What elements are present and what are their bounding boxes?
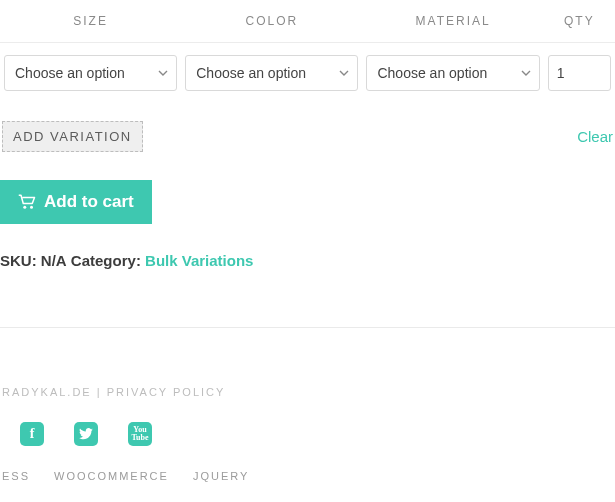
- header-size: SIZE: [0, 6, 181, 43]
- cart-icon: [18, 194, 36, 210]
- size-select-value: Choose an option: [15, 65, 125, 81]
- youtube-icon[interactable]: YouTube: [128, 422, 152, 446]
- footer-link-woocommerce[interactable]: WOOCOMMERCE: [54, 470, 169, 482]
- color-select[interactable]: Choose an option: [185, 55, 358, 91]
- clear-link[interactable]: Clear: [577, 128, 613, 145]
- category-link[interactable]: Bulk Variations: [145, 252, 253, 269]
- header-material: MATERIAL: [362, 6, 543, 43]
- add-to-cart-label: Add to cart: [44, 192, 134, 212]
- qty-input[interactable]: [548, 55, 611, 91]
- sku-label: SKU:: [0, 252, 37, 269]
- footer-sep: |: [92, 386, 107, 398]
- header-color: COLOR: [181, 6, 362, 43]
- product-meta: SKU: N/A Category: Bulk Variations: [0, 252, 615, 269]
- chevron-down-icon: [158, 68, 168, 78]
- footer-link-ess[interactable]: ESS: [2, 470, 30, 482]
- material-select[interactable]: Choose an option: [366, 55, 539, 91]
- chevron-down-icon: [339, 68, 349, 78]
- svg-point-1: [30, 206, 33, 209]
- material-select-value: Choose an option: [377, 65, 487, 81]
- twitter-icon[interactable]: [74, 422, 98, 446]
- chevron-down-icon: [521, 68, 531, 78]
- footer-radykal-link[interactable]: RADYKAL.DE: [2, 386, 92, 398]
- category-label: Category:: [71, 252, 141, 269]
- page-footer: RADYKAL.DE | PRIVACY POLICY f YouTube ES…: [0, 386, 615, 482]
- footer-privacy-link[interactable]: PRIVACY POLICY: [107, 386, 226, 398]
- facebook-icon[interactable]: f: [20, 422, 44, 446]
- svg-point-0: [23, 206, 26, 209]
- header-qty: QTY: [544, 6, 615, 43]
- add-variation-button[interactable]: ADD VARIATION: [2, 121, 143, 152]
- add-to-cart-button[interactable]: Add to cart: [0, 180, 152, 224]
- footer-link-jquery[interactable]: JQUERY: [193, 470, 249, 482]
- social-icons: f YouTube: [2, 422, 613, 446]
- footer-top: RADYKAL.DE | PRIVACY POLICY: [2, 386, 613, 398]
- variations-table: SIZE COLOR MATERIAL QTY Choose an option…: [0, 6, 615, 103]
- footer-links: ESS WOOCOMMERCE JQUERY: [2, 470, 613, 482]
- color-select-value: Choose an option: [196, 65, 306, 81]
- size-select[interactable]: Choose an option: [4, 55, 177, 91]
- footer-divider: [0, 327, 615, 328]
- sku-value: N/A: [41, 252, 67, 269]
- variation-row: Choose an option Choose an option Choose…: [0, 43, 615, 104]
